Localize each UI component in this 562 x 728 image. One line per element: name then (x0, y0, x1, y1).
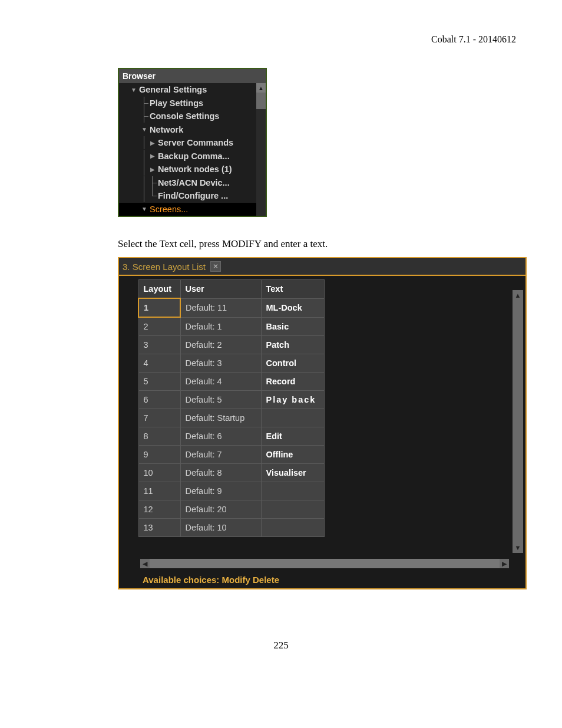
instruction-text: Select the Text cell, press MODIFY and e… (118, 238, 328, 250)
chevron-right-icon[interactable] (148, 152, 157, 160)
tree-item-play-settings[interactable]: Play Settings (119, 97, 256, 110)
layout-title: 3. Screen Layout List (123, 262, 206, 272)
browser-panel: Browser General Settings Play Settings C… (118, 68, 267, 217)
table-row[interactable]: 11 Default: 9 (138, 482, 324, 500)
layout-hscrollbar[interactable]: ◀ ▶ (140, 559, 509, 568)
doc-header: Cobalt 7.1 - 20140612 (431, 34, 516, 45)
table-row[interactable]: 6 Default: 5 Play back (138, 391, 324, 409)
page-number: 225 (0, 640, 562, 651)
screen-layout-list-panel: 3. Screen Layout List ✕ Layout User Text (118, 257, 527, 589)
table-row[interactable]: 8 Default: 6 Edit (138, 427, 324, 446)
table-row[interactable]: 4 Default: 3 Control (138, 354, 324, 373)
tree-item-server-commands[interactable]: Server Commands (119, 136, 256, 150)
scroll-thumb[interactable] (513, 301, 523, 542)
tree-item-console-settings[interactable]: Console Settings (119, 110, 256, 123)
tree-item-screens[interactable]: Screens... (119, 203, 256, 216)
table-row[interactable]: 12 Default: 20 (138, 500, 324, 519)
scroll-left-icon[interactable]: ◀ (140, 559, 150, 568)
browser-tree: General Settings Play Settings Console S… (119, 83, 256, 216)
tree-item-general-settings[interactable]: General Settings (119, 83, 256, 97)
browser-scrollbar[interactable]: ▲ (256, 83, 266, 216)
scroll-up-icon[interactable]: ▲ (256, 83, 266, 93)
browser-title: Browser (119, 69, 266, 83)
tree-item-network[interactable]: Network (119, 123, 256, 137)
table-row[interactable]: 9 Default: 7 Offline (138, 446, 324, 464)
chevron-down-icon[interactable] (140, 126, 148, 134)
close-icon[interactable]: ✕ (210, 261, 221, 272)
table-row[interactable]: 3 Default: 2 Patch (138, 336, 324, 354)
chevron-down-icon[interactable] (140, 205, 148, 213)
col-header-layout[interactable]: Layout (138, 280, 180, 299)
chevron-right-icon[interactable] (148, 165, 157, 173)
scroll-right-icon[interactable]: ▶ (500, 559, 509, 568)
tree-item-backup-commands[interactable]: Backup Comma... (119, 150, 256, 163)
table-row[interactable]: 7 Default: Startup (138, 409, 324, 427)
scroll-up-icon[interactable]: ▲ (513, 290, 523, 301)
layout-vscrollbar[interactable]: ▲ ▼ (513, 301, 523, 542)
tree-item-find-configure[interactable]: Find/Configure ... (119, 189, 256, 203)
status-choices: Available choices: Modify Delete (143, 575, 279, 585)
chevron-right-icon[interactable] (148, 139, 157, 147)
tree-item-network-nodes[interactable]: Network nodes (1) (119, 163, 256, 176)
scroll-thumb[interactable] (256, 93, 266, 109)
table-row[interactable]: 10 Default: 8 Visualiser (138, 464, 324, 482)
table-row[interactable]: 13 Default: 10 (138, 519, 324, 537)
scroll-down-icon[interactable]: ▼ (513, 542, 523, 553)
chevron-down-icon[interactable] (130, 85, 138, 94)
table-row[interactable]: 2 Default: 1 Basic (138, 317, 324, 336)
col-header-user[interactable]: User (180, 280, 261, 299)
layout-titlebar: 3. Screen Layout List ✕ (119, 258, 525, 276)
table-row[interactable]: 1 Default: 11 ML-Dock (138, 298, 324, 317)
layout-table: Layout User Text 1 Default: 11 ML-Dock 2 (138, 279, 325, 537)
col-header-text[interactable]: Text (261, 280, 324, 299)
tree-item-net3-acn[interactable]: Net3/ACN Devic... (119, 176, 256, 190)
table-row[interactable]: 5 Default: 4 Record (138, 373, 324, 391)
